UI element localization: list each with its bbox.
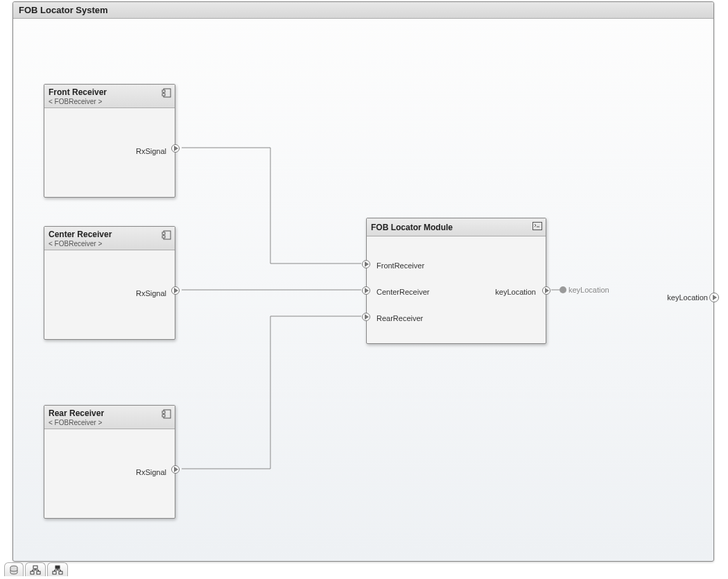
- block-stereotype: < FOBReceiver >: [49, 419, 171, 426]
- out-port-icon: [709, 293, 719, 302]
- system-title-bar: FOB Locator System: [13, 2, 713, 19]
- svg-rect-1: [162, 90, 165, 92]
- svg-rect-14: [37, 571, 40, 574]
- out-port-icon[interactable]: [171, 144, 180, 153]
- block-rear-receiver[interactable]: Rear Receiver < FOBReceiver > RxSignal: [44, 405, 175, 519]
- block-title: Center Receiver: [49, 230, 171, 239]
- system-body: Front Receiver < FOBReceiver > RxSignal: [13, 19, 713, 561]
- svg-rect-2: [162, 94, 165, 96]
- in-port-icon[interactable]: [362, 313, 370, 321]
- svg-rect-13: [31, 571, 34, 574]
- svg-rect-8: [162, 415, 165, 417]
- port-label-keylocation: keyLocation: [495, 288, 536, 296]
- component-icon: [162, 88, 171, 98]
- out-port-icon[interactable]: [171, 465, 180, 474]
- block-fob-locator-module[interactable]: FOB Locator Module FrontReceiver CenterR…: [366, 218, 546, 344]
- sink-marker-icon: [560, 286, 566, 293]
- bottom-tabs: [4, 561, 69, 576]
- port-label-frontreceiver: FrontReceiver: [376, 261, 424, 270]
- signal-sink-keylocation[interactable]: keyLocation: [560, 286, 609, 294]
- block-title: Front Receiver: [49, 87, 171, 97]
- hierarchy-icon: [52, 565, 63, 575]
- block-stereotype: < FOBReceiver >: [49, 240, 171, 248]
- system-frame[interactable]: FOB Locator System Front Receiver < FOBR…: [12, 1, 714, 562]
- tab-tree[interactable]: [25, 562, 46, 576]
- in-port-icon[interactable]: [362, 260, 370, 268]
- terminal-icon: [532, 222, 542, 232]
- system-out-port[interactable]: keyLocation: [667, 293, 719, 302]
- component-icon: [162, 409, 171, 419]
- in-port-icon[interactable]: [362, 286, 370, 295]
- system-title: FOB Locator System: [19, 5, 108, 15]
- port-label-rearreceiver: RearReceiver: [376, 314, 423, 322]
- out-port-icon[interactable]: [542, 286, 551, 295]
- svg-rect-15: [55, 566, 60, 569]
- component-icon: [162, 230, 171, 240]
- block-header: FOB Locator Module: [367, 218, 546, 236]
- block-body: RxSignal: [44, 429, 175, 518]
- block-header: Rear Receiver < FOBReceiver >: [44, 406, 175, 429]
- port-label-rxsignal: RxSignal: [136, 289, 166, 297]
- tab-database[interactable]: [4, 562, 24, 576]
- database-icon: [9, 565, 19, 575]
- port-label-rxsignal: RxSignal: [136, 147, 166, 155]
- tree-icon: [30, 565, 41, 575]
- block-center-receiver[interactable]: Center Receiver < FOBReceiver > RxSignal: [44, 226, 175, 340]
- svg-rect-16: [53, 571, 56, 574]
- out-port-icon[interactable]: [171, 286, 180, 295]
- tab-hierarchy[interactable]: [47, 562, 68, 576]
- block-body: FrontReceiver CenterReceiver RearReceive…: [367, 236, 546, 345]
- svg-rect-7: [162, 411, 165, 413]
- sink-label: keyLocation: [569, 286, 609, 294]
- port-label-rxsignal: RxSignal: [136, 468, 166, 476]
- port-label-centerreceiver: CenterReceiver: [376, 288, 429, 296]
- block-body: RxSignal: [44, 108, 175, 197]
- block-title: Rear Receiver: [49, 408, 171, 418]
- svg-rect-4: [162, 232, 165, 234]
- svg-rect-12: [33, 566, 37, 569]
- block-body: RxSignal: [44, 250, 175, 339]
- block-front-receiver[interactable]: Front Receiver < FOBReceiver > RxSignal: [44, 84, 175, 198]
- canvas: FOB Locator System Front Receiver < FOBR…: [0, 0, 728, 579]
- system-out-label: keyLocation: [667, 293, 708, 302]
- block-header: Center Receiver < FOBReceiver >: [44, 227, 175, 250]
- block-stereotype: < FOBReceiver >: [49, 98, 171, 105]
- block-title: FOB Locator Module: [371, 223, 541, 232]
- svg-rect-9: [533, 223, 542, 230]
- svg-rect-5: [162, 236, 165, 238]
- block-header: Front Receiver < FOBReceiver >: [44, 85, 175, 108]
- svg-rect-17: [59, 571, 62, 574]
